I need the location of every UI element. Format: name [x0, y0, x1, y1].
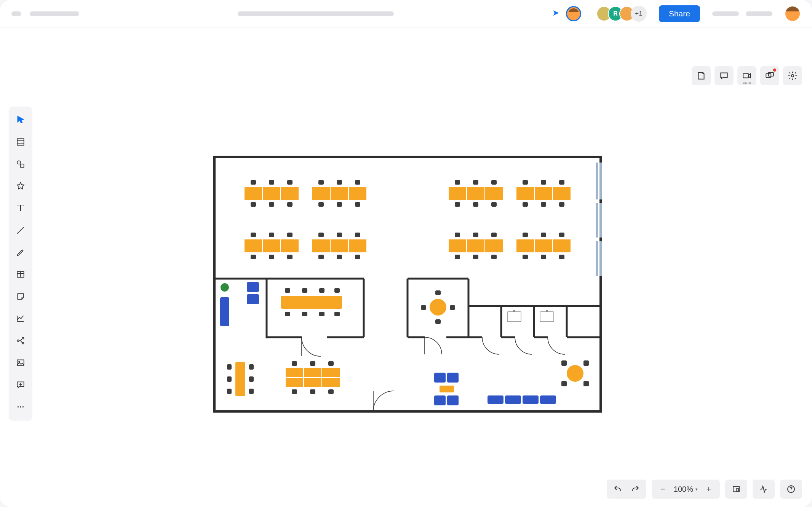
note-icon: [696, 71, 706, 81]
breakout-desks-bottom: [286, 361, 340, 394]
lounge-left: [220, 282, 259, 326]
minimap-button[interactable]: [727, 480, 745, 498]
svg-rect-129: [450, 305, 455, 310]
svg-rect-123: [319, 312, 324, 316]
comments-button[interactable]: [714, 66, 734, 85]
redo-button[interactable]: [627, 480, 644, 498]
image-tool[interactable]: [12, 354, 29, 371]
screens-icon: [765, 71, 775, 81]
svg-rect-86: [535, 187, 552, 200]
more-collaborators-button[interactable]: +1: [631, 6, 647, 22]
svg-rect-60: [281, 239, 299, 252]
activity-button-group: [753, 480, 775, 499]
pencil-tool[interactable]: [12, 244, 29, 261]
doc-title-placeholder[interactable]: [30, 11, 79, 16]
svg-rect-133: [227, 389, 232, 394]
svg-rect-126: [435, 290, 441, 295]
zoom-level-dropdown[interactable]: 100% ▾: [671, 485, 700, 494]
video-button[interactable]: BETA: [737, 66, 756, 85]
svg-rect-163: [17, 139, 24, 145]
zoom-in-button[interactable]: +: [700, 480, 718, 498]
svg-rect-151: [440, 386, 454, 392]
svg-rect-134: [249, 364, 254, 370]
svg-rect-103: [516, 239, 534, 252]
text-tool[interactable]: T: [12, 199, 29, 217]
svg-rect-145: [328, 361, 334, 366]
canvas[interactable]: BETA: [0, 27, 812, 507]
collab-presentation-button[interactable]: [760, 66, 779, 85]
svg-rect-59: [263, 239, 280, 252]
select-tool[interactable]: [12, 111, 29, 129]
toolbar-placeholder: [238, 11, 394, 16]
lounge-bottom-center: [434, 373, 459, 405]
svg-rect-153: [447, 395, 459, 405]
svg-rect-143: [292, 361, 297, 366]
chevron-down-icon: ▾: [695, 487, 698, 492]
image-icon: [16, 358, 26, 368]
svg-rect-58: [245, 239, 262, 252]
svg-point-158: [567, 365, 583, 382]
svg-rect-127: [435, 319, 441, 324]
table-tool[interactable]: [12, 266, 29, 283]
star-tool[interactable]: [12, 177, 29, 195]
svg-rect-71: [337, 233, 342, 237]
svg-rect-128: [421, 305, 426, 310]
help-button[interactable]: [782, 480, 800, 498]
notes-button[interactable]: [692, 66, 711, 85]
svg-rect-64: [251, 255, 256, 259]
undo-redo-group: [607, 480, 646, 499]
comment-add-tool[interactable]: [12, 376, 29, 394]
svg-rect-42: [281, 187, 299, 200]
more-icon: [16, 402, 26, 412]
chart-tool[interactable]: [12, 310, 29, 327]
beta-badge: BETA: [742, 81, 751, 84]
svg-rect-74: [337, 255, 342, 259]
share-button[interactable]: Share: [659, 5, 700, 22]
profile-avatar[interactable]: [785, 6, 801, 22]
svg-rect-139: [322, 368, 340, 377]
svg-rect-117: [285, 288, 290, 293]
settings-button[interactable]: [783, 66, 802, 85]
svg-rect-146: [292, 389, 297, 394]
svg-rect-85: [516, 187, 534, 200]
svg-rect-149: [434, 373, 446, 383]
svg-rect-118: [302, 288, 307, 293]
floor-plan-diagram[interactable]: [213, 156, 602, 413]
svg-rect-93: [559, 202, 564, 207]
svg-rect-54: [355, 180, 360, 185]
owner-avatar[interactable]: [566, 6, 581, 21]
sticky-tool[interactable]: [12, 288, 29, 305]
svg-rect-167: [21, 164, 24, 167]
svg-point-185: [791, 491, 791, 491]
line-tool[interactable]: [12, 222, 29, 239]
activity-button[interactable]: [755, 480, 772, 498]
undo-button[interactable]: [609, 480, 627, 498]
topbar-tool-a-placeholder[interactable]: [712, 11, 739, 16]
svg-rect-137: [286, 368, 303, 377]
svg-rect-46: [251, 202, 256, 207]
zoom-out-button[interactable]: −: [654, 480, 671, 498]
zoom-level-label: 100%: [674, 485, 693, 494]
svg-rect-47: [269, 202, 274, 207]
shapes-tool[interactable]: [12, 155, 29, 173]
svg-rect-94: [449, 239, 466, 252]
menu-placeholder-icon[interactable]: [11, 11, 21, 16]
svg-rect-99: [491, 233, 497, 237]
svg-rect-115: [247, 294, 259, 304]
svg-rect-0: [743, 74, 748, 78]
more-tools[interactable]: [12, 398, 29, 416]
notification-dot-icon: [773, 69, 776, 72]
svg-rect-52: [318, 180, 324, 185]
svg-rect-159: [561, 360, 567, 366]
canvas-action-bar: BETA: [692, 66, 802, 85]
sink-b: [540, 310, 554, 322]
svg-rect-121: [285, 312, 290, 316]
mindmap-tool[interactable]: [12, 332, 29, 349]
frame-tool[interactable]: [12, 133, 29, 151]
svg-rect-113: [220, 297, 229, 326]
activity-icon: [759, 485, 768, 494]
sink-a: [507, 310, 521, 322]
topbar-tool-b-placeholder[interactable]: [746, 11, 772, 16]
svg-rect-107: [541, 233, 546, 237]
undo-icon: [613, 485, 622, 494]
